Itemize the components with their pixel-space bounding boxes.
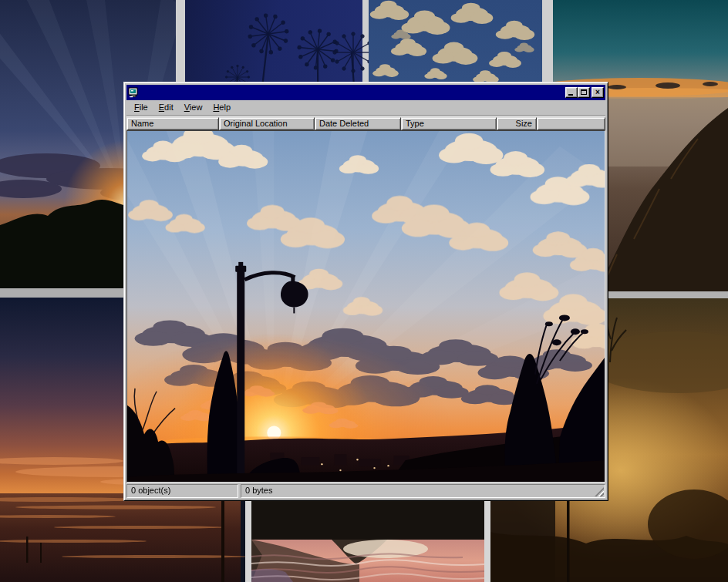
minimize-button[interactable] [565,87,578,98]
column-header-name[interactable]: Name [126,117,219,130]
status-bar: 0 object(s) 0 bytes [126,484,605,498]
minimize-icon [568,94,573,96]
close-button[interactable]: × [592,87,604,98]
recycle-bin-window: × FileEditViewHelp NameOriginal Location… [123,82,608,501]
file-list-area[interactable] [126,130,605,483]
close-icon: × [595,89,600,96]
sunset-street-lamp-photo [127,131,605,482]
menu-item-file[interactable]: File [129,101,153,114]
maximize-button[interactable] [578,87,590,98]
maximize-icon [581,89,587,95]
status-size: 0 bytes [241,484,605,498]
menu-bar: FileEditViewHelp [126,100,605,116]
menu-item-view[interactable]: View [179,101,208,114]
status-object-count: 0 object(s) [126,484,238,498]
column-header-row: NameOriginal LocationDate DeletedTypeSiz… [126,117,605,130]
tile-water-reflection [245,497,490,582]
column-header-blank[interactable] [537,117,605,130]
column-header-date-deleted[interactable]: Date Deleted [315,117,401,130]
menu-item-edit[interactable]: Edit [153,101,179,114]
computer-icon[interactable] [128,87,139,98]
column-header-size[interactable]: Size [497,117,537,130]
desktop: × FileEditViewHelp NameOriginal Location… [0,0,728,582]
title-bar[interactable]: × [126,85,605,100]
menu-item-help[interactable]: Help [207,101,236,114]
column-header-original-location[interactable]: Original Location [219,117,315,130]
column-header-type[interactable]: Type [401,117,497,130]
